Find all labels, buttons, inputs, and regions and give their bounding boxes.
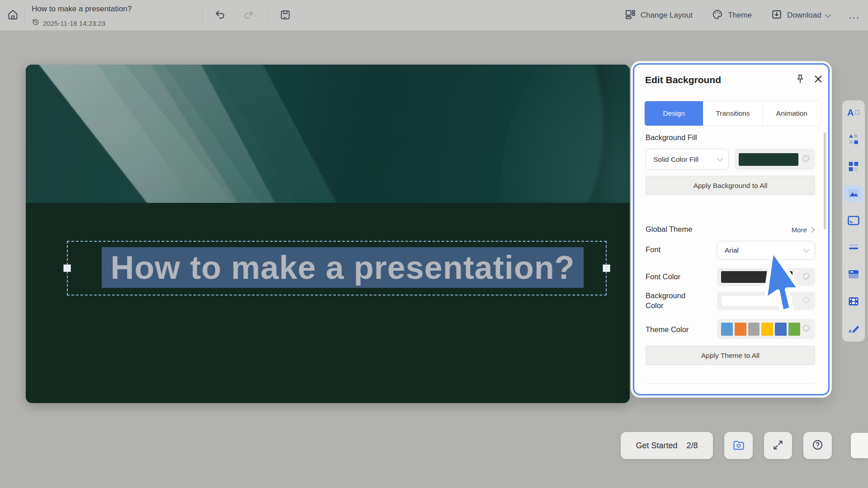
help-icon	[811, 439, 824, 452]
resize-handle-right[interactable]	[603, 265, 610, 272]
theme-color-label: Theme Color	[646, 325, 689, 334]
tab-transitions[interactable]: Transitions	[703, 101, 762, 126]
get-started-label: Get Started	[636, 441, 677, 450]
global-theme-label: Global Theme	[646, 225, 692, 234]
divider-icon	[847, 243, 860, 253]
tab-design[interactable]: Design	[645, 101, 703, 126]
panel-title: Edit Background	[645, 75, 721, 85]
font-color-label: Font Color	[646, 272, 680, 281]
get-started-button[interactable]: Get Started 2/8	[621, 432, 713, 459]
favorites-button[interactable]	[724, 432, 753, 459]
help-button[interactable]	[803, 432, 832, 459]
undo-icon	[214, 9, 226, 22]
redo-button[interactable]	[240, 7, 257, 24]
history-clock-icon	[32, 18, 40, 28]
font-value: Arial	[725, 246, 739, 254]
tab-animation[interactable]: Animation	[763, 101, 821, 126]
home-icon	[7, 9, 19, 22]
folder-heart-icon	[732, 439, 745, 453]
last-saved-row: 2025-11-18 14:23:23	[32, 18, 105, 28]
theme-color-swatch[interactable]	[788, 323, 800, 336]
font-color-swatch[interactable]	[721, 271, 793, 283]
theme-color-swatch[interactable]	[735, 323, 746, 336]
font-label: Font	[646, 245, 660, 254]
theme-color-well	[717, 319, 815, 339]
save-icon	[279, 9, 291, 22]
fill-type-select[interactable]: Solid Color Fill	[646, 149, 729, 170]
background-color-well[interactable]	[717, 292, 815, 310]
close-icon	[813, 74, 823, 85]
more-menu-button[interactable]: ...	[849, 9, 860, 21]
home-button[interactable]	[4, 6, 22, 24]
rail-draw-tool[interactable]	[844, 321, 863, 337]
toolbar-divider	[202, 7, 202, 24]
font-color-well[interactable]	[717, 268, 815, 286]
background-color-swatch[interactable]	[721, 295, 793, 307]
close-panel-button[interactable]	[811, 73, 825, 86]
card-icon	[847, 269, 860, 281]
rail-divider-tool[interactable]	[844, 240, 863, 256]
global-theme-more-link[interactable]: More	[792, 226, 814, 234]
panel-divider	[646, 383, 815, 384]
apply-background-to-all-button[interactable]: Apply Background to All	[646, 176, 815, 195]
theme-label: Theme	[728, 11, 752, 20]
fullscreen-button[interactable]	[764, 432, 792, 459]
color-picker-icon[interactable]	[802, 324, 811, 334]
frame-icon	[847, 215, 860, 228]
rail-layout-blocks-tool[interactable]	[844, 159, 863, 175]
resize-handle-left[interactable]	[64, 265, 71, 272]
rail-image-tool[interactable]	[844, 186, 863, 202]
color-picker-icon[interactable]	[802, 154, 811, 165]
text-box-selection[interactable]	[67, 241, 607, 296]
theme-button[interactable]: Theme	[712, 9, 752, 23]
ellipsis-icon: ...	[849, 9, 860, 21]
fill-color-swatch[interactable]	[739, 153, 798, 166]
svg-text:A: A	[847, 108, 854, 117]
apply-theme-to-all-button[interactable]: Apply Theme to All	[646, 346, 815, 365]
download-label: Download	[787, 11, 821, 20]
toolbar-divider	[268, 7, 268, 24]
edit-background-panel: Edit Background Design Transitions Anima…	[633, 63, 830, 395]
change-layout-button[interactable]: Change Layout	[624, 9, 693, 23]
theme-color-swatch[interactable]	[748, 323, 760, 336]
toolbar-divider	[24, 7, 25, 24]
rail-shapes-tool[interactable]	[844, 132, 863, 148]
rail-video-tool[interactable]	[844, 294, 863, 310]
slide-canvas[interactable]: How to make a presentation?	[26, 65, 630, 403]
shapes-icon	[848, 133, 859, 146]
draw-icon	[847, 323, 860, 335]
rail-card-tool[interactable]	[844, 267, 863, 283]
layout-blocks-icon	[848, 160, 859, 174]
image-icon	[848, 188, 859, 201]
font-select[interactable]: Arial	[717, 241, 815, 260]
right-tool-rail: A	[842, 100, 865, 342]
panel-scrollbar[interactable]	[824, 132, 826, 230]
more-label: More	[792, 226, 807, 234]
color-picker-icon[interactable]	[802, 296, 811, 306]
theme-color-swatch[interactable]	[721, 323, 733, 336]
pin-button[interactable]	[793, 73, 807, 86]
fill-type-value: Solid Color Fill	[653, 155, 698, 164]
save-button[interactable]	[277, 7, 294, 24]
palette-icon	[712, 9, 723, 23]
fill-color-well[interactable]	[735, 149, 815, 170]
edge-partial-button[interactable]	[851, 433, 868, 458]
change-layout-label: Change Layout	[641, 11, 693, 20]
top-toolbar: How to make a presentation? 2025-11-18 1…	[0, 0, 868, 31]
undo-button[interactable]	[212, 7, 229, 24]
panel-tab-bar: Design Transitions Animation	[644, 101, 821, 126]
document-title: How to make a presentation?	[32, 5, 132, 14]
timestamp: 2025-11-18 14:23:23	[43, 19, 105, 27]
text-icon: A	[847, 107, 860, 120]
theme-color-swatch[interactable]	[761, 323, 773, 336]
color-picker-icon[interactable]	[802, 272, 811, 282]
download-icon	[771, 9, 783, 23]
theme-color-swatch[interactable]	[775, 323, 787, 336]
download-button[interactable]: Download	[771, 9, 830, 23]
chevron-down-icon	[803, 247, 809, 253]
redo-icon	[243, 9, 255, 22]
pin-icon	[795, 74, 806, 86]
rail-frame-tool[interactable]	[844, 213, 863, 229]
fullscreen-icon	[772, 439, 784, 452]
rail-text-tool[interactable]: A	[844, 105, 863, 121]
